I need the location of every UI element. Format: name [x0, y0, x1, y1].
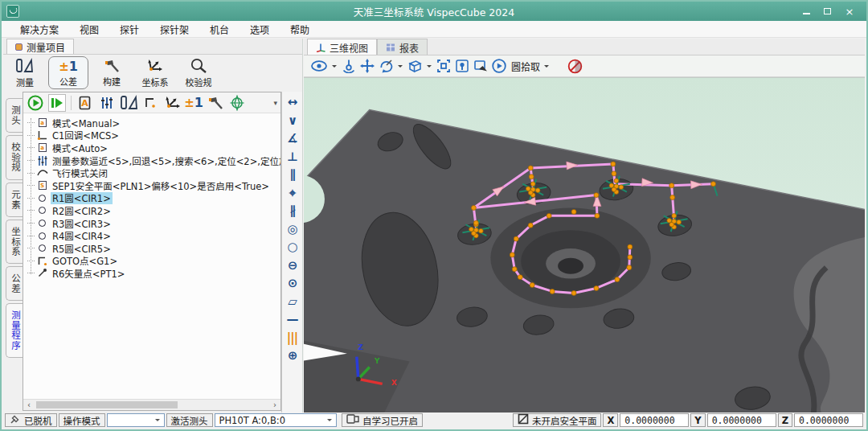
export-view-icon[interactable] — [473, 57, 489, 75]
flatness-icon[interactable]: ▱ — [288, 295, 297, 308]
view-options-icon[interactable] — [310, 57, 328, 75]
menu-item-2[interactable]: 视图 — [69, 21, 109, 38]
tree-item[interactable]: R1圆<CIR1> — [27, 192, 280, 205]
straightness-icon[interactable]: — — [287, 313, 298, 326]
play-measure-icon[interactable] — [491, 57, 507, 75]
goto-point-icon[interactable] — [141, 94, 159, 112]
no-safety-plane-icon — [518, 413, 529, 427]
path-waypoint — [571, 290, 576, 295]
symmetry-icon[interactable]: ||| — [287, 331, 297, 344]
tree-connector — [27, 261, 35, 261]
tree-item[interactable]: R3圆<CIR3> — [27, 217, 280, 230]
construct-button[interactable]: 构建 — [92, 56, 132, 89]
side-tab-2[interactable]: 校验规 — [6, 135, 23, 180]
tree-item[interactable]: R2圆<CIR2> — [27, 204, 280, 217]
path-waypoint — [628, 255, 633, 260]
run-from-cursor-icon[interactable] — [48, 94, 66, 112]
construct-icon[interactable] — [207, 94, 224, 112]
scroll-thumb[interactable] — [36, 401, 178, 408]
tolerance-button[interactable]: ±1公差 — [48, 56, 88, 89]
run-program-icon[interactable] — [27, 94, 44, 112]
parallelism-icon[interactable]: ∥ — [289, 168, 295, 181]
tree-item[interactable]: a模式<Manual> — [27, 117, 280, 129]
chevron-down-icon[interactable] — [398, 65, 403, 70]
angle-icon[interactable]: ∡ — [287, 132, 297, 145]
pick-mode-label[interactable]: 圆拾取 — [511, 60, 540, 73]
tree-item[interactable]: R4圆<CIR4> — [27, 229, 280, 242]
tab-3d-view[interactable]: 三维视图 — [307, 39, 377, 55]
path-waypoint — [670, 195, 675, 200]
operation-mode-select[interactable] — [107, 413, 165, 427]
position-icon[interactable]: ⌖ — [289, 187, 295, 199]
total-runout-icon[interactable]: ⊕ — [288, 349, 297, 362]
side-tab-6[interactable]: 测量程序 — [6, 303, 23, 358]
tree-connector — [27, 173, 35, 174]
concentricity-icon[interactable]: ◎ — [287, 223, 297, 236]
chevron-down-icon[interactable] — [544, 65, 549, 70]
menu-item-6[interactable]: 选项 — [240, 21, 280, 38]
tree-item[interactable]: GOTO点<G1> — [27, 255, 280, 268]
pan-icon[interactable] — [359, 57, 375, 75]
toolbar-overflow-icon[interactable]: ▾ — [273, 99, 277, 107]
path-waypoint — [550, 289, 555, 293]
measure-icon[interactable] — [120, 94, 137, 112]
tree-item[interactable]: C1回调<MCS> — [27, 129, 280, 142]
menu-item-4[interactable]: 探针架 — [149, 21, 199, 38]
angle-v-icon[interactable]: ∨ — [288, 114, 297, 127]
mode-icon: a — [36, 118, 48, 127]
tree-item[interactable]: SSEP1安全平面<PLN1>偏移<10>是否启用<True> — [27, 179, 280, 192]
tree-item[interactable]: a模式<Auto> — [27, 142, 280, 154]
rotate-icon[interactable] — [378, 57, 394, 75]
coordinate-system-icon[interactable] — [163, 94, 181, 112]
active-probe-select[interactable]: PH10T A:0,B:0 — [215, 413, 337, 427]
menu-item-3[interactable]: 探针 — [109, 21, 149, 38]
measure-params-icon[interactable] — [98, 94, 116, 112]
disable-probe-icon[interactable] — [567, 57, 583, 75]
tolerance-icon[interactable]: ±1 — [185, 94, 203, 112]
cube-view-icon[interactable] — [407, 57, 423, 75]
scroll-left-icon[interactable]: ‹ — [23, 400, 35, 410]
tab-measurement-project[interactable]: 测量项目 — [6, 39, 74, 54]
coordinate-system-label: 坐标系 — [142, 76, 169, 88]
tree-item-label: 模式<Manual> — [51, 117, 121, 129]
menu-item-1[interactable]: 解决方案 — [10, 21, 69, 38]
side-tab-4[interactable]: 坐标系 — [6, 220, 23, 265]
chevron-down-icon[interactable] — [427, 65, 432, 70]
path-waypoint — [627, 265, 632, 270]
menu-item-7[interactable]: 帮助 — [280, 21, 320, 38]
runout-icon[interactable]: ⊙ — [288, 277, 297, 289]
distance-icon[interactable]: ↔ — [288, 96, 297, 109]
tab-report[interactable]: 报表 — [377, 39, 428, 55]
circularity-icon[interactable]: ○ — [287, 240, 297, 253]
safety-plane-icon: S — [36, 181, 48, 190]
minimize-button[interactable] — [803, 9, 810, 14]
side-tab-1[interactable]: 测头 — [6, 98, 23, 133]
orbit-icon[interactable] — [341, 57, 357, 75]
tree-item[interactable]: 测量参数逼近<5>,回退<5>,搜索<6>,定位<2>,定位加<2>,测量 — [27, 154, 280, 167]
chevron-down-icon[interactable] — [332, 65, 337, 70]
close-button[interactable]: × — [844, 6, 855, 16]
program-toolbar: A±1▾ — [23, 92, 280, 113]
angularity-icon[interactable]: ∦ — [289, 204, 295, 217]
report-icon[interactable]: A — [76, 94, 94, 112]
measure-button[interactable]: 测量 — [5, 56, 45, 89]
tree-item[interactable]: R6矢量点<PT1> — [27, 267, 280, 280]
fit-view-icon[interactable] — [436, 57, 452, 75]
scroll-right-icon[interactable]: › — [269, 400, 280, 410]
menu-bar: 解决方案视图探针探针架机台选项帮助 — [2, 21, 866, 38]
side-tab-3[interactable]: 元素 — [6, 183, 23, 217]
cylindricity-icon[interactable]: ⊖ — [288, 259, 297, 272]
verify-icon[interactable] — [228, 94, 246, 112]
3d-viewport[interactable]: XYZ — [304, 77, 865, 413]
perpendicularity-icon[interactable]: ⊥ — [287, 150, 297, 163]
locate-icon[interactable] — [454, 57, 470, 75]
menu-item-5[interactable]: 机台 — [199, 21, 240, 38]
side-tab-5[interactable]: 公差 — [6, 266, 23, 301]
gauge-button[interactable]: 校验规 — [178, 56, 219, 89]
restore-button[interactable] — [824, 8, 831, 14]
tree-item[interactable]: R5圆<CIR5> — [27, 242, 280, 255]
tree-item[interactable]: 飞行模式关闭 — [27, 166, 280, 179]
path-waypoint — [615, 277, 620, 282]
tree-hscrollbar[interactable]: ‹ › — [23, 399, 280, 410]
coordinate-system-button[interactable]: 坐标系 — [135, 56, 175, 89]
